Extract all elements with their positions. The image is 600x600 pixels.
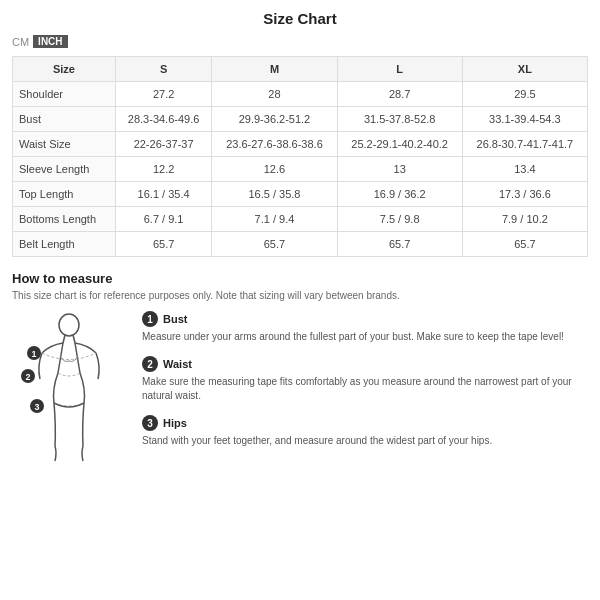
table-row-cell: 28 <box>212 82 337 107</box>
how-to-measure-subtitle: This size chart is for reference purpose… <box>12 290 588 301</box>
svg-point-0 <box>59 314 79 336</box>
unit-inch[interactable]: INCH <box>33 35 67 48</box>
table-header-cell: S <box>115 57 212 82</box>
table-row-cell: 12.2 <box>115 157 212 182</box>
table-row-cell: 28.3-34.6-49.6 <box>115 107 212 132</box>
size-chart-table: SizeSMLXL Shoulder27.22828.729.5Bust28.3… <box>12 56 588 257</box>
measure-item-desc: Measure under your arms around the fulle… <box>142 330 588 344</box>
table-row-cell: 25.2-29.1-40.2-40.2 <box>337 132 462 157</box>
table-row-cell: 29.9-36.2-51.2 <box>212 107 337 132</box>
measure-item-title: 3Hips <box>142 415 588 431</box>
table-row-cell: 65.7 <box>212 232 337 257</box>
table-row-cell: 31.5-37.8-52.8 <box>337 107 462 132</box>
table-row-label: Waist Size <box>13 132 116 157</box>
table-row-cell: 65.7 <box>115 232 212 257</box>
table-row-label: Sleeve Length <box>13 157 116 182</box>
table-row-cell: 13 <box>337 157 462 182</box>
measure-item-title-text: Hips <box>163 417 187 429</box>
measure-item: 3HipsStand with your feet together, and … <box>142 415 588 448</box>
table-row: Top Length16.1 / 35.416.5 / 35.816.9 / 3… <box>13 182 588 207</box>
table-row-cell: 7.1 / 9.4 <box>212 207 337 232</box>
table-row-label: Shoulder <box>13 82 116 107</box>
svg-line-1 <box>63 335 65 343</box>
measure-item-number: 1 <box>142 311 158 327</box>
table-row-cell: 33.1-39.4-54.3 <box>462 107 587 132</box>
table-row-label: Bust <box>13 107 116 132</box>
measure-item-title: 2Waist <box>142 356 588 372</box>
table-row-cell: 26.8-30.7-41.7-41.7 <box>462 132 587 157</box>
table-row: Bust28.3-34.6-49.629.9-36.2-51.231.5-37.… <box>13 107 588 132</box>
table-row-cell: 65.7 <box>337 232 462 257</box>
measure-item: 1BustMeasure under your arms around the … <box>142 311 588 344</box>
table-row-cell: 27.2 <box>115 82 212 107</box>
table-header-cell: Size <box>13 57 116 82</box>
table-row-cell: 23.6-27.6-38.6-38.6 <box>212 132 337 157</box>
table-row-cell: 17.3 / 36.6 <box>462 182 587 207</box>
measure-item-title-text: Waist <box>163 358 192 370</box>
table-body: Shoulder27.22828.729.5Bust28.3-34.6-49.6… <box>13 82 588 257</box>
table-row-cell: 29.5 <box>462 82 587 107</box>
unit-toggle[interactable]: CM INCH <box>12 35 588 48</box>
how-to-measure-title: How to measure <box>12 271 588 286</box>
table-row-cell: 7.5 / 9.8 <box>337 207 462 232</box>
table-row-cell: 65.7 <box>462 232 587 257</box>
table-header-cell: XL <box>462 57 587 82</box>
table-header-row: SizeSMLXL <box>13 57 588 82</box>
table-row-cell: 6.7 / 9.1 <box>115 207 212 232</box>
unit-cm[interactable]: CM <box>12 36 29 48</box>
measure-item-desc: Make sure the measuring tape fits comfor… <box>142 375 588 403</box>
table-header-cell: L <box>337 57 462 82</box>
table-row: Belt Length65.765.765.765.7 <box>13 232 588 257</box>
measure-item-number: 3 <box>142 415 158 431</box>
table-row-cell: 7.9 / 10.2 <box>462 207 587 232</box>
measure-item-title-text: Bust <box>163 313 187 325</box>
page-title: Size Chart <box>12 10 588 27</box>
measure-item: 2WaistMake sure the measuring tape fits … <box>142 356 588 403</box>
table-row-label: Top Length <box>13 182 116 207</box>
table-row: Sleeve Length12.212.61313.4 <box>13 157 588 182</box>
body-figure-svg: 1 2 3 <box>12 311 127 471</box>
table-row: Waist Size22-26-37-3723.6-27.6-38.6-38.6… <box>13 132 588 157</box>
measure-image: 1 2 3 <box>12 311 132 473</box>
measure-item-number: 2 <box>142 356 158 372</box>
svg-text:2: 2 <box>25 372 30 382</box>
svg-text:1: 1 <box>31 349 36 359</box>
svg-text:3: 3 <box>34 402 39 412</box>
svg-line-2 <box>73 335 75 343</box>
table-row-cell: 16.1 / 35.4 <box>115 182 212 207</box>
measure-item-desc: Stand with your feet together, and measu… <box>142 434 588 448</box>
table-row-cell: 22-26-37-37 <box>115 132 212 157</box>
measure-content: 1 2 3 1BustMeasure under your arms aroun… <box>12 311 588 473</box>
measure-item-title: 1Bust <box>142 311 588 327</box>
table-row-label: Belt Length <box>13 232 116 257</box>
table-header-cell: M <box>212 57 337 82</box>
table-row-cell: 16.9 / 36.2 <box>337 182 462 207</box>
table-row: Bottoms Length6.7 / 9.17.1 / 9.47.5 / 9.… <box>13 207 588 232</box>
table-row-label: Bottoms Length <box>13 207 116 232</box>
table-row-cell: 28.7 <box>337 82 462 107</box>
table-row-cell: 12.6 <box>212 157 337 182</box>
table-row: Shoulder27.22828.729.5 <box>13 82 588 107</box>
table-row-cell: 13.4 <box>462 157 587 182</box>
measure-items: 1BustMeasure under your arms around the … <box>142 311 588 473</box>
table-row-cell: 16.5 / 35.8 <box>212 182 337 207</box>
